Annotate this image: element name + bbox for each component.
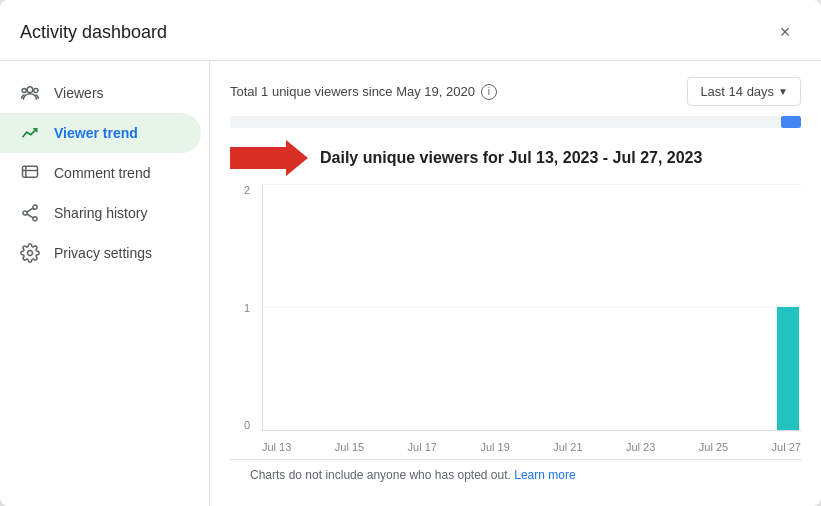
svg-point-2 bbox=[34, 88, 38, 92]
learn-more-link[interactable]: Learn more bbox=[514, 468, 575, 482]
arrow-body bbox=[230, 147, 286, 169]
chart-inner: 2 1 0 Jul 13 Jul 1 bbox=[230, 184, 801, 459]
chart-scroll[interactable] bbox=[230, 116, 801, 128]
info-icon[interactable]: i bbox=[481, 84, 497, 100]
chevron-down-icon: ▼ bbox=[778, 86, 788, 97]
arrow-head bbox=[286, 140, 308, 176]
y-label-1: 1 bbox=[244, 302, 250, 314]
svg-point-1 bbox=[22, 88, 26, 92]
close-button[interactable]: × bbox=[769, 16, 801, 48]
sidebar-item-sharing-history[interactable]: Sharing history bbox=[0, 193, 201, 233]
footer-note: Charts do not include anyone who has opt… bbox=[230, 459, 801, 490]
y-label-0: 0 bbox=[244, 419, 250, 431]
x-label-jul15: Jul 15 bbox=[335, 441, 364, 453]
chart-bar-jul27 bbox=[777, 307, 799, 430]
sidebar-item-viewers[interactable]: Viewers bbox=[0, 73, 201, 113]
close-icon: × bbox=[780, 22, 791, 43]
sidebar-item-viewers-label: Viewers bbox=[54, 85, 104, 101]
settings-icon bbox=[20, 243, 40, 263]
svg-line-10 bbox=[27, 214, 33, 218]
grid-line-top bbox=[263, 184, 801, 185]
footer-text: Charts do not include anyone who has opt… bbox=[250, 468, 511, 482]
red-arrow-annotation bbox=[230, 140, 308, 176]
x-label-jul25: Jul 25 bbox=[699, 441, 728, 453]
svg-point-11 bbox=[28, 251, 33, 256]
dialog-title: Activity dashboard bbox=[20, 22, 167, 43]
sidebar-item-viewer-trend-label: Viewer trend bbox=[54, 125, 138, 141]
viewers-info: Total 1 unique viewers since May 19, 202… bbox=[230, 84, 497, 100]
chart-plot bbox=[262, 184, 801, 431]
share-icon bbox=[20, 203, 40, 223]
svg-rect-3 bbox=[23, 166, 38, 177]
x-label-jul19: Jul 19 bbox=[480, 441, 509, 453]
sidebar: Viewers Viewer trend bbox=[0, 61, 210, 506]
sidebar-item-comment-trend-label: Comment trend bbox=[54, 165, 150, 181]
comment-icon bbox=[20, 163, 40, 183]
sidebar-item-viewer-trend[interactable]: Viewer trend bbox=[0, 113, 201, 153]
x-label-jul23: Jul 23 bbox=[626, 441, 655, 453]
activity-dashboard-dialog: Activity dashboard × Vie bbox=[0, 0, 821, 506]
svg-point-7 bbox=[23, 211, 27, 215]
sidebar-item-sharing-history-label: Sharing history bbox=[54, 205, 147, 221]
x-label-jul27: Jul 27 bbox=[772, 441, 801, 453]
chart-title-row: Daily unique viewers for Jul 13, 2023 - … bbox=[230, 140, 801, 176]
y-label-2: 2 bbox=[244, 184, 250, 196]
main-content: Total 1 unique viewers since May 19, 202… bbox=[210, 61, 821, 506]
chart-scroll-thumb bbox=[781, 116, 801, 128]
dialog-header: Activity dashboard × bbox=[0, 0, 821, 61]
date-range-dropdown[interactable]: Last 14 days ▼ bbox=[687, 77, 801, 106]
chart-title: Daily unique viewers for Jul 13, 2023 - … bbox=[320, 149, 702, 167]
sidebar-item-comment-trend[interactable]: Comment trend bbox=[0, 153, 201, 193]
x-label-jul13: Jul 13 bbox=[262, 441, 291, 453]
viewers-icon bbox=[20, 83, 40, 103]
x-label-jul17: Jul 17 bbox=[408, 441, 437, 453]
svg-point-6 bbox=[33, 205, 37, 209]
y-axis-labels: 2 1 0 bbox=[230, 184, 254, 431]
svg-point-0 bbox=[27, 87, 33, 93]
sidebar-item-privacy-settings-label: Privacy settings bbox=[54, 245, 152, 261]
trend-icon bbox=[20, 123, 40, 143]
top-bar: Total 1 unique viewers since May 19, 202… bbox=[230, 77, 801, 106]
x-axis-labels: Jul 13 Jul 15 Jul 17 Jul 19 Jul 21 Jul 2… bbox=[262, 435, 801, 459]
svg-point-8 bbox=[33, 217, 37, 221]
svg-line-9 bbox=[27, 208, 33, 212]
grid-line-mid bbox=[263, 307, 801, 308]
viewers-info-text: Total 1 unique viewers since May 19, 202… bbox=[230, 84, 475, 99]
date-range-label: Last 14 days bbox=[700, 84, 774, 99]
x-label-jul21: Jul 21 bbox=[553, 441, 582, 453]
sidebar-item-privacy-settings[interactable]: Privacy settings bbox=[0, 233, 201, 273]
dialog-body: Viewers Viewer trend bbox=[0, 61, 821, 506]
chart-area: 2 1 0 Jul 13 Jul 1 bbox=[230, 184, 801, 459]
